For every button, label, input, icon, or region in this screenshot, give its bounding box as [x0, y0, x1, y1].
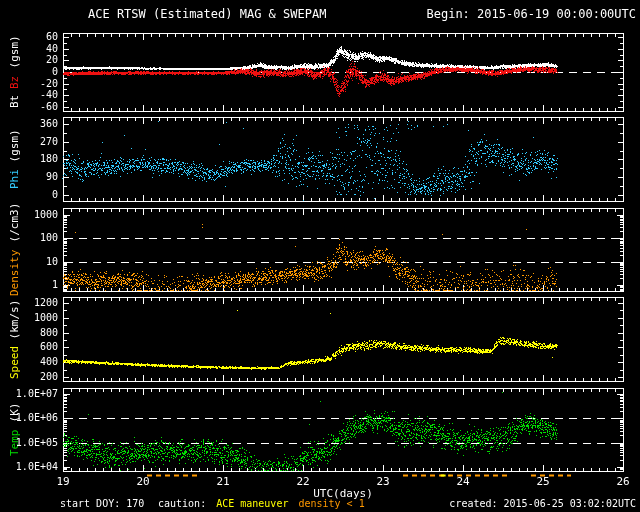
y-tick-label: -60: [0, 101, 58, 113]
caution-label: caution:: [158, 498, 206, 509]
caution-legend: caution:ACE maneuverdensity < 1: [158, 498, 375, 509]
caution-density-label: density < 1: [298, 498, 364, 509]
y-tick-label: 200: [0, 371, 58, 383]
x-tick-label: 21: [208, 476, 238, 488]
y-tick-label: 1.0E+07: [0, 388, 58, 400]
y-tick-label: 1.0E+06: [0, 412, 58, 424]
y-tick-label: 20: [0, 54, 58, 66]
y-tick-label: 10: [0, 256, 58, 268]
ylabel-speed: Speed (km/s): [3, 297, 25, 381]
y-tick-label: 0: [0, 189, 58, 201]
y-tick-label: -40: [0, 89, 58, 101]
y-tick-label: 800: [0, 327, 58, 339]
y-tick-label: 270: [0, 136, 58, 148]
y-tick-label: 90: [0, 171, 58, 183]
begin-timestamp: Begin: 2015-06-19 00:00:00UTC: [426, 7, 636, 21]
y-tick-label: 1200: [0, 297, 58, 309]
created-timestamp: created: 2015-06-25 03:02:02UTC: [449, 498, 636, 509]
y-tick-label: 1.0E+05: [0, 437, 58, 449]
ylabel-temp: Temp (K): [3, 388, 25, 471]
caution-maneuver-label: ACE maneuver: [216, 498, 288, 509]
x-tick-label: 20: [128, 476, 158, 488]
start-doy-label: start DOY: 170: [60, 498, 144, 509]
y-tick-label: 0: [0, 66, 58, 78]
y-tick-label: 1.0E+04: [0, 461, 58, 473]
plot-title: ACE RTSW (Estimated) MAG & SWEPAM: [88, 7, 326, 21]
y-tick-label: 180: [0, 153, 58, 165]
ace-rtsw-plot: ACE RTSW (Estimated) MAG & SWEPAM Begin:…: [0, 0, 640, 512]
y-tick-label: 100: [0, 232, 58, 244]
y-tick-label: 1000: [0, 312, 58, 324]
y-tick-label: 400: [0, 356, 58, 368]
x-tick-label: 25: [528, 476, 558, 488]
y-tick-label: 1: [0, 279, 58, 291]
y-tick-label: 1000: [0, 209, 58, 221]
y-tick-label: 60: [0, 31, 58, 43]
x-tick-label: 26: [608, 476, 638, 488]
x-tick-label: 24: [448, 476, 478, 488]
y-tick-label: 600: [0, 341, 58, 353]
plot-canvas: [0, 0, 640, 512]
y-tick-label: 360: [0, 118, 58, 130]
x-tick-label: 19: [48, 476, 78, 488]
